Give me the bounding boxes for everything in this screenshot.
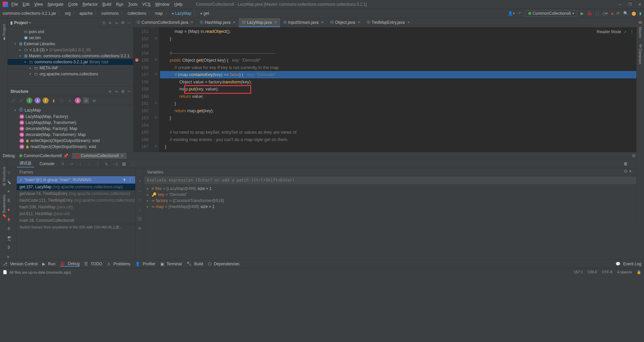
editor-tab[interactable]: ⒸTiedMapEntry.java✕	[364, 18, 413, 27]
thread-menu-icon[interactable]: ⋮	[128, 178, 132, 182]
menu-edit[interactable]: Edit	[22, 2, 30, 7]
tree-item[interactable]: ▾⊞ Maven: commons-collections:commons-co…	[8, 53, 133, 59]
tab-close-icon[interactable]: ✕	[358, 20, 360, 24]
show-inherited-icon[interactable]: ▮	[51, 97, 57, 104]
copy-icon[interactable]: ⿻	[138, 217, 142, 221]
tab-close-icon[interactable]: ✕	[321, 20, 324, 24]
structure-tree[interactable]: ▾Ⓒ LazyMapm LazyMap(Map, Factory)m LazyM…	[8, 105, 133, 152]
eye-icon[interactable]: 👁	[138, 226, 142, 231]
reader-check-icon[interactable]: ✓	[624, 29, 627, 34]
toolwindow-version-control[interactable]: ⎇Version Control	[3, 262, 38, 266]
frames-list[interactable]: get:157, LazyMap (org.apache.commons.col…	[17, 184, 135, 224]
variables-tree[interactable]: ▸≡ this = {LazyMap@499} size = 1▸🔑 key =…	[144, 184, 644, 211]
bookmarks-side-tab[interactable]: 🔖 Bookmarks	[1, 192, 7, 221]
tab-close-icon[interactable]: ✕	[274, 20, 277, 24]
caret-pos[interactable]: 157:1	[574, 270, 583, 274]
toolwindow-todo[interactable]: ☰TODO	[84, 262, 102, 266]
database-tab[interactable]: 🛢 Database	[638, 42, 643, 66]
debug-icon[interactable]: 🐞	[587, 11, 592, 16]
settings-icon[interactable]: ⚙	[121, 20, 125, 25]
expand-icon[interactable]: ▾	[629, 169, 631, 174]
structure-item[interactable]: m LazyMap(Map, Factory)	[8, 114, 133, 120]
crumb-class[interactable]: LazyMap	[172, 11, 192, 16]
toolwindow-profiler[interactable]: 👤Profiler	[135, 262, 156, 266]
show-anon-icon[interactable]: ⬚	[59, 97, 65, 104]
editor-tab[interactable]: ⒸLazyMap.java✕	[239, 18, 280, 27]
force-step-icon[interactable]: ↓	[86, 161, 92, 166]
group-icon[interactable]: ⊟	[91, 97, 97, 104]
variable-row[interactable]: ▸≡ this = {LazyMap@499} size = 1	[147, 186, 641, 192]
close-icon[interactable]: ✕	[638, 2, 641, 7]
menu-refactor[interactable]: Refactor	[83, 2, 98, 7]
editor-tab[interactable]: ⒸInputStream.java✕	[280, 18, 327, 27]
toolwindow-debug[interactable]: 🐞Debug	[60, 261, 79, 267]
maximize-icon[interactable]: ❐	[628, 2, 632, 7]
expand-all-icon[interactable]: ≑	[108, 89, 112, 94]
show-fields-icon[interactable]: ⊞	[83, 97, 89, 104]
toolwindow-dependencies[interactable]: ⬡Dependencies	[208, 262, 240, 266]
tree-item[interactable]: ▾⊞ External Libraries	[8, 41, 133, 47]
project-tree[interactable]: m pom.xml⬢ ser.bin▾⊞ External Libraries▸…	[8, 27, 133, 86]
trace-icon[interactable]: ⬚	[129, 161, 136, 166]
editor-tab[interactable]: ⒸObject.java✕	[327, 18, 364, 27]
tree-item[interactable]: ▸🗀 < 1.8 (3) > D:\javaSec\jdk1.8.0_65	[8, 47, 133, 53]
structure-item[interactable]: m decorate(Map, Factory): Map	[8, 126, 133, 132]
settings-icon[interactable]: ⚙	[121, 89, 125, 94]
stack-frame[interactable]: get:157, LazyMap (org.apache.commons.col…	[17, 184, 135, 190]
toolwindow-build[interactable]: 🔨Build	[186, 262, 203, 266]
sort-vis-icon[interactable]: ↓ᵛ	[18, 97, 24, 104]
stack-frame[interactable]: hashCode:121, TiedMapEntry (org.apache.c…	[17, 197, 135, 204]
vcs-update-icon[interactable]: ⟳	[616, 11, 620, 16]
threads-icon[interactable]: ≡	[60, 161, 66, 166]
crumb-part[interactable]: collections	[127, 11, 146, 16]
fold-gutter[interactable]: ⊟⊟⊟⊟⊟⊟	[154, 27, 159, 152]
menu-file[interactable]: File	[11, 2, 18, 7]
debug-run-tab[interactable]: 🐞CommonCollections6 ✕	[72, 153, 126, 159]
debug-config-tab[interactable]: ⬢CommonCollections6 📌	[19, 153, 68, 158]
menu-build[interactable]: Build	[102, 2, 111, 7]
debug-settings-icon[interactable]: ⚙	[632, 153, 636, 158]
stack-frame[interactable]: getValue:74, TiedMapEntry (org.apache.co…	[17, 190, 135, 197]
tree-item[interactable]: ▾🗀 commons-collections-3.2.1.jar library…	[8, 59, 133, 65]
layout-icon[interactable]: ⊞	[624, 161, 627, 166]
menu-vcs[interactable]: VCS	[142, 2, 151, 7]
line-sep[interactable]: CRLF	[588, 270, 597, 274]
menu-run[interactable]: Run	[116, 2, 123, 7]
step-over-icon[interactable]: ⤻	[68, 161, 74, 166]
show-field-icon[interactable]: f	[43, 97, 49, 104]
structure-root[interactable]: ▾Ⓒ LazyMap	[8, 107, 133, 114]
crumb-root[interactable]: commons-collections-3.2.1.jar	[3, 11, 56, 16]
tree-item[interactable]: m pom.xml	[8, 29, 133, 35]
crumb-part[interactable]: commons	[101, 11, 119, 16]
project-tab[interactable]: ▮ Project	[1, 21, 7, 44]
readonly-icon[interactable]: 🔒	[637, 270, 641, 274]
toolwindow-terminal[interactable]: ▣Terminal	[160, 262, 182, 266]
event-log[interactable]: 💬Event Log	[615, 262, 641, 266]
remove-watch-icon[interactable]: ─	[138, 189, 141, 193]
profile-icon[interactable]: ◷▾	[602, 11, 608, 16]
step-into-icon[interactable]: ↓	[77, 161, 83, 166]
run-icon[interactable]: ▶	[581, 11, 584, 16]
tree-item[interactable]: ▸🗀 META-INF	[8, 65, 133, 71]
show-interface-icon[interactable]: I	[26, 97, 33, 104]
variable-row[interactable]: ▸∞ factory = {ConstantTransformer@518}	[147, 198, 641, 204]
crumb-part[interactable]: org	[65, 11, 70, 16]
crumb-method[interactable]: get	[200, 11, 209, 16]
menu-tools[interactable]: Tools	[128, 2, 138, 7]
structure-side-tab[interactable]: ⊞ Structure	[1, 164, 7, 189]
ide-updates-icon[interactable]: ⬤	[632, 11, 636, 16]
stop-icon[interactable]: ■	[611, 12, 613, 15]
hide-icon[interactable]: ─	[127, 20, 130, 25]
search-icon[interactable]: 🔍	[623, 11, 628, 16]
maven-tab[interactable]: Maven	[638, 25, 643, 40]
more-icon[interactable]: »	[7, 254, 10, 259]
menu-help[interactable]: Help	[174, 2, 182, 7]
thread-row[interactable]: ✓"main"@1 in group "main": RUNNING ▼⋮	[17, 176, 135, 184]
structure-item[interactable]: m🔒 readObject(ObjectInputStream): void	[8, 144, 133, 150]
tab-close-icon[interactable]: ✕	[191, 20, 193, 24]
run-to-cursor-icon[interactable]: →|	[112, 161, 118, 166]
add-user-icon[interactable]: 👤▾	[508, 11, 515, 16]
tab-close-icon[interactable]: ✕	[233, 20, 235, 24]
debugger-tab[interactable]: 调试器	[17, 160, 34, 167]
tree-item[interactable]: ⬢ ser.bin	[8, 35, 133, 41]
